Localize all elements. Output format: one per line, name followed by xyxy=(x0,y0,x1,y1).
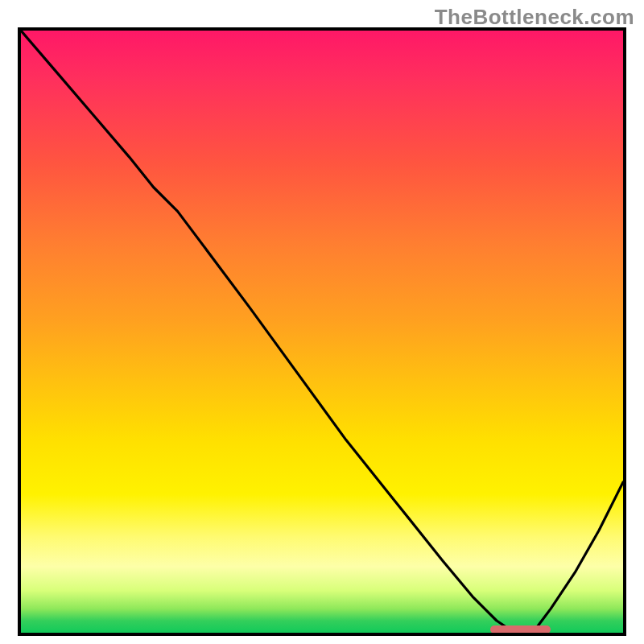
optimal-zone-marker xyxy=(490,625,551,634)
chart-container: TheBottleneck.com xyxy=(0,0,644,644)
bottleneck-curve xyxy=(21,31,623,633)
curve-layer xyxy=(21,31,623,633)
watermark-text: TheBottleneck.com xyxy=(435,5,634,30)
plot-area xyxy=(18,27,626,636)
